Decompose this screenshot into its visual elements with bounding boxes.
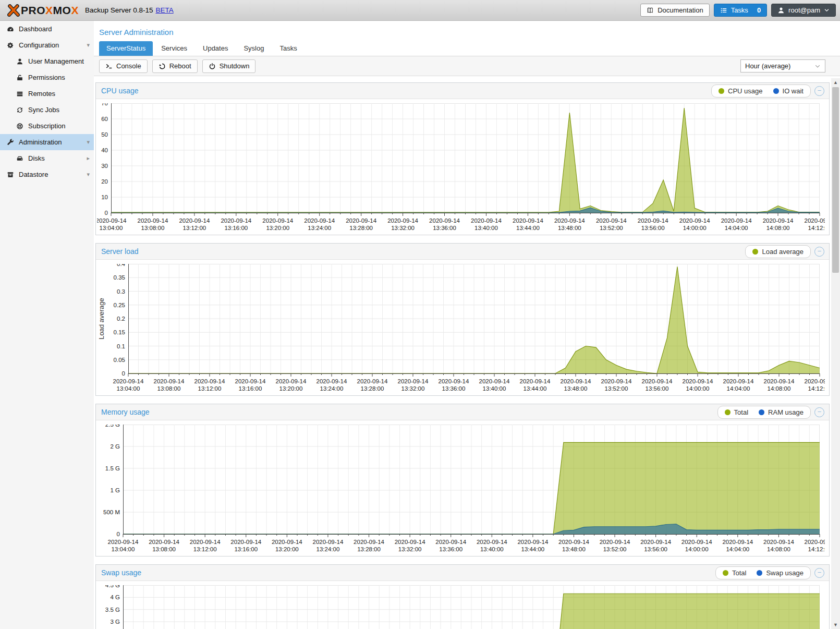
sidebar-item-remotes[interactable]: Remotes xyxy=(0,86,94,102)
panel-header: Server load Load average − xyxy=(96,244,829,260)
svg-text:2020-09-14: 2020-09-14 xyxy=(554,217,585,224)
legend-dot xyxy=(723,570,728,576)
svg-text:0.4: 0.4 xyxy=(117,264,126,267)
legend-item[interactable]: Load average xyxy=(752,248,804,256)
chart-plot: 7060504030201002020-09-1413:04:002020-09… xyxy=(97,103,825,234)
svg-text:2020-09-14: 2020-09-14 xyxy=(763,217,794,224)
sidebar-item-label: Administration xyxy=(19,138,82,146)
collapse-panel-icon[interactable]: − xyxy=(814,247,824,257)
top-bar: PROXMOX Backup Server 0.8-15 BETA Docume… xyxy=(0,0,840,21)
svg-text:2020-09-14: 2020-09-14 xyxy=(596,217,627,224)
chart-legend: CPU usageIO wait xyxy=(711,84,811,98)
svg-text:0.1: 0.1 xyxy=(117,343,125,349)
chart-legend: TotalSwap usage xyxy=(715,566,811,579)
tab-tasks[interactable]: Tasks xyxy=(272,41,304,56)
sidebar-item-label: Subscription xyxy=(28,122,90,130)
svg-text:40: 40 xyxy=(101,147,108,153)
chart-svg: 4.5 G4 G3.5 G3 G2.5 G2 G1.5 G1 G500 M020… xyxy=(97,585,825,629)
sidebar-item-datastore[interactable]: Datastore ▾ xyxy=(0,166,94,183)
svg-text:13:12:00: 13:12:00 xyxy=(193,546,217,552)
sidebar-item-subscription[interactable]: Subscription xyxy=(0,118,94,134)
user-label: root@pam xyxy=(788,6,820,14)
logo-wordmark: PROXMOX xyxy=(21,4,79,17)
svg-text:2020-09-14: 2020-09-14 xyxy=(764,378,795,384)
caret-down-icon: ▾ xyxy=(87,171,90,178)
svg-text:2020-09-14: 2020-09-14 xyxy=(805,217,825,224)
legend-item[interactable]: Total xyxy=(725,408,748,416)
sidebar-item-label: Configuration xyxy=(19,41,82,49)
beta-link[interactable]: BETA xyxy=(155,6,173,14)
svg-text:2020-09-14: 2020-09-14 xyxy=(194,378,225,384)
svg-text:4.5 G: 4.5 G xyxy=(105,585,120,588)
reboot-button[interactable]: Reboot xyxy=(152,59,198,73)
svg-text:13:32:00: 13:32:00 xyxy=(398,546,422,552)
svg-text:13:52:00: 13:52:00 xyxy=(603,546,627,552)
tab-services[interactable]: Services xyxy=(154,41,194,56)
svg-text:2020-09-14: 2020-09-14 xyxy=(313,539,344,545)
scrollbar-thumb[interactable] xyxy=(832,87,839,273)
terminal-icon xyxy=(105,63,113,70)
svg-text:14:12:00: 14:12:00 xyxy=(808,546,825,552)
sidebar-item-permissions[interactable]: Permissions xyxy=(0,69,94,86)
legend-item[interactable]: Total xyxy=(723,569,746,577)
svg-text:2020-09-14: 2020-09-14 xyxy=(601,378,632,384)
documentation-button[interactable]: Documentation xyxy=(640,4,709,17)
collapse-panel-icon[interactable]: − xyxy=(814,86,824,96)
svg-text:13:28:00: 13:28:00 xyxy=(361,385,384,392)
legend-label: Load average xyxy=(762,248,804,256)
scroll-up-arrow[interactable]: ▲ xyxy=(831,78,840,87)
svg-text:2020-09-14: 2020-09-14 xyxy=(276,378,307,384)
reboot-label: Reboot xyxy=(169,62,191,70)
panel-title: CPU usage xyxy=(96,87,711,95)
svg-text:2020-09-14: 2020-09-14 xyxy=(190,539,221,545)
svg-text:13:20:00: 13:20:00 xyxy=(275,546,299,552)
svg-text:14:08:00: 14:08:00 xyxy=(768,385,791,392)
tab-updates[interactable]: Updates xyxy=(196,41,235,56)
sidebar-item-disks[interactable]: Disks ▸ xyxy=(0,150,94,166)
tasks-button[interactable]: Tasks 0 xyxy=(714,4,767,17)
legend-item[interactable]: Swap usage xyxy=(757,569,804,577)
collapse-panel-icon[interactable]: − xyxy=(814,407,824,417)
svg-text:13:52:00: 13:52:00 xyxy=(605,385,628,392)
user-menu-button[interactable]: root@pam xyxy=(771,4,836,17)
svg-text:2020-09-14: 2020-09-14 xyxy=(477,539,507,545)
svg-text:2020-09-14: 2020-09-14 xyxy=(230,539,261,545)
shutdown-button[interactable]: Shutdown xyxy=(202,59,256,73)
svg-text:13:12:00: 13:12:00 xyxy=(198,385,222,392)
panel-title: Swap usage xyxy=(96,568,715,577)
svg-text:2020-09-14: 2020-09-14 xyxy=(479,378,510,384)
svg-text:13:56:00: 13:56:00 xyxy=(641,225,665,231)
tasks-label: Tasks xyxy=(731,6,748,14)
product-name: Backup Server 0.8-15 xyxy=(85,6,153,14)
svg-text:13:24:00: 13:24:00 xyxy=(308,225,331,231)
archive-icon xyxy=(7,171,14,178)
console-button[interactable]: Console xyxy=(99,59,148,73)
svg-text:2020-09-14: 2020-09-14 xyxy=(723,378,754,384)
tab-syslog[interactable]: Syslog xyxy=(236,41,271,56)
sidebar-item-sync-jobs[interactable]: Sync Jobs xyxy=(0,102,94,118)
legend-item[interactable]: IO wait xyxy=(773,87,804,95)
sidebar-item-administration[interactable]: Administration ▾ xyxy=(0,134,94,150)
timeframe-select[interactable]: Hour (average) xyxy=(740,59,825,72)
chart-plot: 4.5 G4 G3.5 G3 G2.5 G2 G1.5 G1 G500 M020… xyxy=(97,585,825,629)
legend-label: RAM usage xyxy=(768,408,804,416)
panel-header: Swap usage TotalSwap usage − xyxy=(96,565,829,581)
sidebar-item-configuration[interactable]: Configuration ▾ xyxy=(0,37,94,53)
chart-svg: 2.5 G2 G1.5 G1 G500 M02020-09-1413:04:00… xyxy=(97,425,825,555)
svg-text:60: 60 xyxy=(101,116,108,122)
svg-text:13:08:00: 13:08:00 xyxy=(152,546,176,552)
tab-serverstatus[interactable]: ServerStatus xyxy=(99,41,153,56)
undo-icon xyxy=(159,63,166,70)
vertical-scrollbar[interactable]: ▲ ▼ xyxy=(831,78,840,629)
svg-text:2020-09-14: 2020-09-14 xyxy=(561,378,591,384)
scroll-down-arrow[interactable]: ▼ xyxy=(831,621,840,629)
collapse-panel-icon[interactable]: − xyxy=(814,568,824,578)
main-area: Server Administration ServerStatus Servi… xyxy=(94,21,840,629)
sidebar-item-dashboard[interactable]: Dashboard xyxy=(0,21,94,37)
legend-label: Swap usage xyxy=(766,569,804,577)
sidebar-item-user-management[interactable]: User Management xyxy=(0,53,94,69)
svg-text:3.5 G: 3.5 G xyxy=(105,607,120,613)
chevron-down-icon xyxy=(824,7,830,13)
legend-item[interactable]: RAM usage xyxy=(759,408,804,416)
legend-item[interactable]: CPU usage xyxy=(719,87,762,95)
